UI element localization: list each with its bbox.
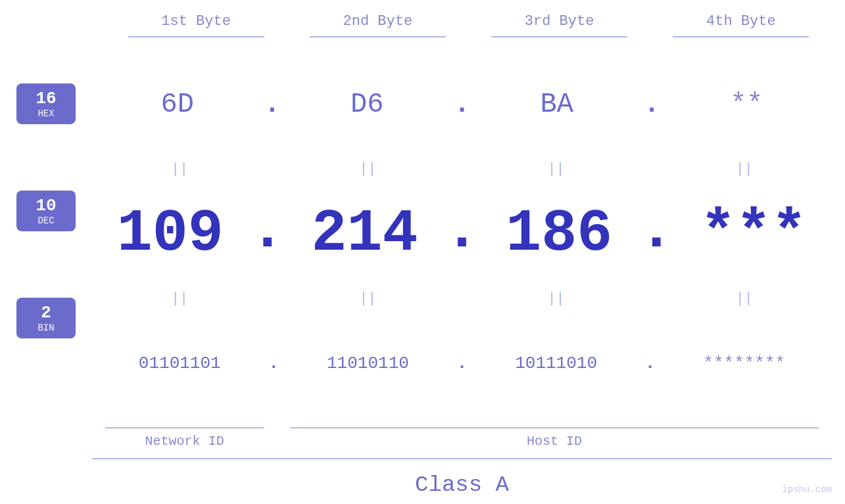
bin-dot1: . bbox=[268, 355, 281, 372]
bracket-line-3 bbox=[491, 36, 627, 37]
byte3-header: 3rd Byte bbox=[469, 13, 650, 30]
network-id-label: Network ID bbox=[145, 434, 224, 449]
hex-byte1: 6D bbox=[92, 89, 262, 120]
hex-byte2: D6 bbox=[282, 89, 452, 120]
eq1-b1: || bbox=[92, 158, 267, 180]
dec-badge: 10 DEC bbox=[16, 191, 76, 231]
hex-dot1: . bbox=[262, 91, 281, 118]
hex-byte3: BA bbox=[471, 89, 642, 120]
bin-num: 2 bbox=[26, 303, 66, 323]
bracket-line-2 bbox=[310, 36, 446, 37]
top-bracket-4 bbox=[650, 36, 832, 37]
bin-name: BIN bbox=[26, 323, 66, 333]
top-brackets bbox=[0, 36, 845, 37]
host-bracket-line bbox=[290, 427, 819, 428]
network-bracket-line bbox=[105, 427, 264, 428]
dec-row: 109 . 214 . 186 . *** bbox=[92, 180, 832, 288]
bin-byte1: 01101101 bbox=[92, 354, 268, 373]
watermark: ipshu.com bbox=[782, 484, 832, 495]
dec-byte4: *** bbox=[675, 200, 832, 267]
bin-dot3: . bbox=[644, 355, 657, 372]
dec-dot3: . bbox=[637, 201, 675, 260]
top-bracket-3 bbox=[469, 36, 650, 37]
bottom-section: Network ID Host ID bbox=[0, 427, 845, 449]
hex-dot3: . bbox=[642, 91, 661, 118]
eq1-b4: || bbox=[657, 158, 832, 180]
bin-byte2: 11010110 bbox=[280, 354, 456, 373]
bin-dot2: . bbox=[456, 355, 469, 372]
hex-dot2: . bbox=[452, 91, 471, 118]
eq2-b3: || bbox=[469, 288, 644, 309]
byte4-header: 4th Byte bbox=[650, 13, 832, 30]
data-section: 6D . D6 . BA . ** || || || || 109 bbox=[92, 44, 832, 424]
dec-byte1: 109 bbox=[92, 200, 249, 267]
hex-badge: 16 HEX bbox=[16, 83, 76, 124]
hex-num: 16 bbox=[26, 89, 66, 108]
byte-headers: 1st Byte 2nd Byte 3rd Byte 4th Byte bbox=[0, 13, 845, 30]
eq2-b4: || bbox=[657, 288, 832, 309]
bottom-brackets-row: Network ID Host ID bbox=[92, 427, 832, 449]
hex-row: 6D . D6 . BA . ** bbox=[92, 44, 832, 158]
dec-dot1: . bbox=[249, 201, 287, 260]
dec-name: DEC bbox=[26, 216, 66, 226]
dec-byte3: 186 bbox=[481, 200, 638, 267]
bin-byte4: ******** bbox=[656, 354, 832, 373]
byte1-header: 1st Byte bbox=[105, 13, 287, 30]
host-id-label: Host ID bbox=[527, 434, 582, 449]
class-label: Class A bbox=[92, 466, 832, 504]
content-grid: 16 HEX 10 DEC 2 BIN 6D . D6 . BA . ** bbox=[0, 44, 845, 424]
bracket-line-1 bbox=[128, 36, 264, 37]
main-container: 1st Byte 2nd Byte 3rd Byte 4th Byte 16 H… bbox=[0, 0, 845, 504]
host-bracket-wrap: Host ID bbox=[277, 427, 832, 449]
bin-byte3: 10111010 bbox=[468, 354, 644, 373]
bracket-line-4 bbox=[673, 36, 809, 37]
top-bracket-1 bbox=[105, 36, 287, 37]
top-bracket-2 bbox=[287, 36, 468, 37]
bin-badge: 2 BIN bbox=[16, 298, 76, 338]
class-divider bbox=[92, 458, 832, 459]
eq1-b2: || bbox=[280, 158, 455, 180]
class-section: Class A bbox=[0, 458, 845, 504]
dec-dot2: . bbox=[443, 201, 481, 260]
network-bracket-wrap: Network ID bbox=[92, 427, 277, 449]
base-labels: 16 HEX 10 DEC 2 BIN bbox=[0, 44, 92, 424]
bin-row: 01101101 . 11010110 . 10111010 . *******… bbox=[92, 309, 832, 424]
equals-row-2: || || || || bbox=[92, 288, 832, 309]
eq2-b2: || bbox=[280, 288, 455, 309]
hex-byte4: ** bbox=[662, 89, 832, 120]
dec-num: 10 bbox=[26, 196, 66, 216]
dec-byte2: 214 bbox=[287, 200, 443, 267]
eq2-b1: || bbox=[92, 288, 267, 309]
hex-name: HEX bbox=[26, 108, 66, 119]
eq1-b3: || bbox=[469, 158, 644, 180]
equals-row-1: || || || || bbox=[92, 158, 832, 180]
byte2-header: 2nd Byte bbox=[287, 13, 468, 30]
